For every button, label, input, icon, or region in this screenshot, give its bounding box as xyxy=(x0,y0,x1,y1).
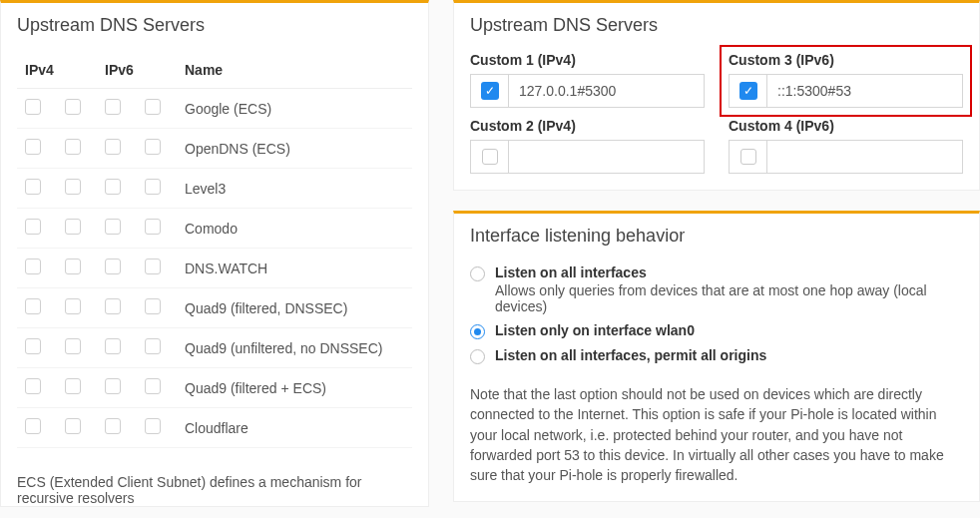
dns-provider-checkbox[interactable] xyxy=(105,378,121,394)
provider-name: Level3 xyxy=(177,169,412,209)
dns-provider-checkbox[interactable] xyxy=(145,219,161,235)
table-row: Comodo xyxy=(17,209,412,249)
dns-provider-checkbox[interactable] xyxy=(65,179,81,195)
table-row: Quad9 (unfiltered, no DNSSEC) xyxy=(17,328,412,368)
dns-provider-checkbox[interactable] xyxy=(105,298,121,314)
dns-provider-checkbox[interactable] xyxy=(25,418,41,434)
custom-dns-block: Custom 2 (IPv4) xyxy=(470,118,705,174)
table-row: Quad9 (filtered + ECS) xyxy=(17,368,412,408)
provider-name: Google (ECS) xyxy=(177,89,412,129)
dns-provider-checkbox[interactable] xyxy=(105,99,121,115)
radio-desc: Allows only queries from devices that ar… xyxy=(495,282,963,314)
dns-provider-checkbox[interactable] xyxy=(25,219,41,235)
radio-icon xyxy=(470,324,485,339)
radio-label: Listen on all interfaces, permit all ori… xyxy=(495,347,766,363)
provider-name: Cloudflare xyxy=(177,408,412,448)
dns-provider-checkbox[interactable] xyxy=(25,378,41,394)
custom-dns-block: Custom 4 (IPv6) xyxy=(729,118,963,174)
dns-provider-checkbox[interactable] xyxy=(65,338,81,354)
dns-provider-checkbox[interactable] xyxy=(25,139,41,155)
dns-provider-checkbox[interactable] xyxy=(105,338,121,354)
dns-provider-checkbox[interactable] xyxy=(25,338,41,354)
table-row: DNS.WATCH xyxy=(17,249,412,288)
interface-radio-option[interactable]: Listen only on interface wlan0 xyxy=(470,322,963,339)
dns-provider-checkbox[interactable] xyxy=(145,298,161,314)
col-name: Name xyxy=(177,52,412,89)
interface-radio-option[interactable]: Listen on all interfacesAllows only quer… xyxy=(470,264,963,314)
dns-provider-checkbox[interactable] xyxy=(145,259,161,274)
table-row: Quad9 (filtered, DNSSEC) xyxy=(17,288,412,328)
dns-provider-checkbox[interactable] xyxy=(25,259,41,274)
table-row: Cloudflare xyxy=(17,408,412,448)
radio-label: Listen on all interfaces xyxy=(495,264,647,280)
dns-provider-checkbox[interactable] xyxy=(145,338,161,354)
provider-name: OpenDNS (ECS) xyxy=(177,129,412,169)
provider-name: Comodo xyxy=(177,209,412,249)
dns-provider-checkbox[interactable] xyxy=(25,179,41,195)
interface-note: Note that the last option should not be … xyxy=(470,384,963,485)
dns-provider-checkbox[interactable] xyxy=(105,219,121,235)
custom-dns-checkbox[interactable] xyxy=(470,140,508,174)
dns-provider-checkbox[interactable] xyxy=(145,378,161,394)
col-ipv4: IPv4 xyxy=(17,52,97,89)
col-ipv6: IPv6 xyxy=(97,52,177,89)
custom-dns-label: Custom 3 (IPv6) xyxy=(729,52,963,68)
dns-provider-checkbox[interactable] xyxy=(25,99,41,115)
dns-provider-checkbox[interactable] xyxy=(65,298,81,314)
radio-icon xyxy=(470,349,485,364)
dns-provider-checkbox[interactable] xyxy=(65,219,81,235)
upstream-dns-providers-panel: Upstream DNS Servers IPv4 IPv6 Name Goog… xyxy=(0,0,429,507)
dns-provider-checkbox[interactable] xyxy=(25,298,41,314)
panel-title: Interface listening behavior xyxy=(454,214,979,255)
dns-provider-checkbox[interactable] xyxy=(65,259,81,274)
panel-title: Upstream DNS Servers xyxy=(454,3,979,44)
dns-provider-checkbox[interactable] xyxy=(65,418,81,434)
provider-name: Quad9 (filtered, DNSSEC) xyxy=(177,288,412,328)
ecs-note: ECS (Extended Client Subnet) defines a m… xyxy=(1,464,428,506)
provider-name: Quad9 (filtered + ECS) xyxy=(177,368,412,408)
dns-provider-checkbox[interactable] xyxy=(65,378,81,394)
dns-provider-table: IPv4 IPv6 Name Google (ECS)OpenDNS (ECS)… xyxy=(17,52,412,448)
custom-dns-block: Custom 3 (IPv6)✓ xyxy=(729,52,963,108)
custom-dns-input[interactable] xyxy=(766,74,963,108)
table-row: Level3 xyxy=(17,169,412,209)
dns-provider-checkbox[interactable] xyxy=(145,418,161,434)
dns-provider-checkbox[interactable] xyxy=(145,179,161,195)
dns-provider-checkbox[interactable] xyxy=(105,139,121,155)
dns-provider-checkbox[interactable] xyxy=(65,139,81,155)
provider-name: Quad9 (unfiltered, no DNSSEC) xyxy=(177,328,412,368)
custom-dns-checkbox[interactable]: ✓ xyxy=(470,74,508,108)
dns-provider-checkbox[interactable] xyxy=(145,99,161,115)
dns-provider-checkbox[interactable] xyxy=(105,418,121,434)
custom-dns-block: Custom 1 (IPv4)✓ xyxy=(470,52,705,108)
custom-dns-checkbox[interactable]: ✓ xyxy=(729,74,766,108)
custom-dns-input[interactable] xyxy=(508,140,705,174)
custom-dns-checkbox[interactable] xyxy=(729,140,766,174)
dns-provider-checkbox[interactable] xyxy=(145,139,161,155)
custom-dns-input[interactable] xyxy=(508,74,705,108)
custom-dns-label: Custom 4 (IPv6) xyxy=(729,118,963,134)
dns-provider-checkbox[interactable] xyxy=(105,179,121,195)
dns-provider-checkbox[interactable] xyxy=(105,259,121,274)
custom-dns-panel: Upstream DNS Servers Custom 1 (IPv4)✓Cus… xyxy=(453,0,980,191)
radio-icon xyxy=(470,266,485,281)
custom-dns-label: Custom 2 (IPv4) xyxy=(470,118,705,134)
interface-radio-option[interactable]: Listen on all interfaces, permit all ori… xyxy=(470,347,963,364)
custom-dns-label: Custom 1 (IPv4) xyxy=(470,52,705,68)
provider-name: DNS.WATCH xyxy=(177,249,412,288)
interface-behavior-panel: Interface listening behavior Listen on a… xyxy=(453,211,980,502)
dns-provider-checkbox[interactable] xyxy=(65,99,81,115)
radio-label: Listen only on interface wlan0 xyxy=(495,322,695,338)
custom-dns-input[interactable] xyxy=(766,140,963,174)
table-row: Google (ECS) xyxy=(17,89,412,129)
panel-title: Upstream DNS Servers xyxy=(1,3,428,44)
table-row: OpenDNS (ECS) xyxy=(17,129,412,169)
